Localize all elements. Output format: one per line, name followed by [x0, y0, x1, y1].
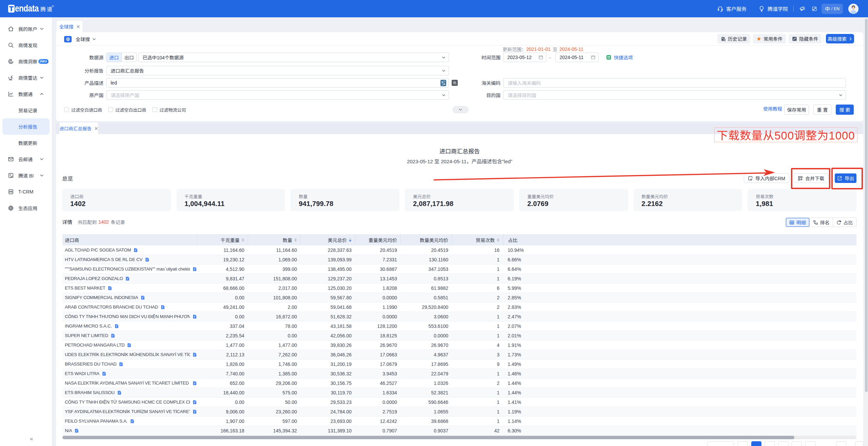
table-header-cell[interactable]: 数量: [248, 234, 300, 245]
table-row[interactable]: ARAB CONTRACTORS BRANCHE DU TCHAD 49,241…: [62, 302, 856, 312]
table-row[interactable]: SIGNIFY COMMERCIAL INDONESIA 0.00 101,80…: [62, 293, 856, 302]
report-type-select[interactable]: 进口商汇总报告: [106, 66, 449, 75]
company-card-icon[interactable]: [192, 314, 197, 319]
table-row[interactable]: INGRAM MICRO S.A.C. 337.04 78.00 43,181.…: [62, 321, 856, 331]
language-toggle[interactable]: 中/EN: [822, 4, 843, 14]
company-card-icon[interactable]: [74, 428, 79, 433]
table-row[interactable]: """SAMSUNG ELECTRONICS UZBEKISTAN"" mas`…: [62, 264, 856, 274]
sort-carets[interactable]: [294, 238, 297, 242]
company-card-icon[interactable]: [117, 390, 121, 395]
tab-importer-report[interactable]: 进口商汇总报告: [59, 123, 98, 134]
pagination-button[interactable]: [836, 441, 846, 446]
sidebar-item[interactable]: 分析报告: [2, 118, 50, 135]
company-card-icon[interactable]: [111, 333, 115, 338]
user-avatar[interactable]: [848, 4, 858, 14]
table-header-cell[interactable]: 占比: [503, 234, 856, 245]
end-date-input[interactable]: 2024-05-11: [555, 53, 599, 62]
table-row[interactable]: NASA ELEKTRİK AYDINLATMA SANAYİ VE TİCAR…: [62, 378, 856, 388]
close-icon[interactable]: [94, 127, 98, 130]
horizontal-scrollbar[interactable]: [62, 436, 856, 439]
company-card-icon[interactable]: [125, 276, 130, 281]
sidebar-item[interactable]: 数据通: [0, 86, 52, 102]
sidebar-item[interactable]: 我的账户: [0, 21, 52, 37]
pagination-button[interactable]: [738, 441, 748, 446]
pagination-button[interactable]: [805, 441, 815, 446]
company-card-icon[interactable]: [108, 286, 112, 291]
pagination-button[interactable]: [707, 441, 734, 446]
table-header-cell[interactable]: 美元总价: [300, 234, 355, 245]
tutorial-link[interactable]: 使用教程: [763, 105, 782, 112]
advanced-search-button[interactable]: 高级搜索: [826, 34, 854, 43]
table-header-cell[interactable]: 千克重量: [197, 234, 248, 245]
table-row[interactable]: HTV LATINOAMERICA S DE RL DE CV 19,230.1…: [62, 255, 856, 264]
start-date-input[interactable]: 2023-05-12: [503, 53, 546, 62]
company-card-icon[interactable]: [192, 381, 197, 386]
sort-carets[interactable]: [242, 238, 244, 242]
view-toggle[interactable]: 排名: [809, 218, 833, 227]
company-card-icon[interactable]: [192, 352, 197, 357]
company-card-icon[interactable]: [119, 362, 123, 367]
table-row[interactable]: AGL TCHAD P/C SOGEA SATOM 11,164.60 11,1…: [62, 245, 856, 255]
table-row[interactable]: SUPER NET LIMITED 2,235.54 0.00 42,056.0…: [62, 331, 856, 340]
table-header-cell[interactable]: 贸易次数: [452, 234, 503, 245]
import-toggle[interactable]: 进口: [107, 53, 121, 62]
table-header-cell[interactable]: 进口商: [62, 234, 197, 245]
company-card-icon[interactable]: [145, 257, 149, 262]
dest-country-select[interactable]: 请选择目的国: [503, 90, 846, 100]
datasource-select[interactable]: 已选中104个数据源: [138, 53, 449, 62]
fullscreen-icon[interactable]: [812, 6, 817, 12]
table-row[interactable]: BRASSERIES DU TCHAD 1,828.00 1,746.00 31…: [62, 359, 856, 369]
close-icon[interactable]: [76, 25, 80, 29]
table-row[interactable]: PEDRAJA LOPEZ GONZALO 9,831.47 151,808.0…: [62, 274, 856, 283]
origin-country-select[interactable]: 请选择原产国: [106, 90, 449, 100]
academy-button[interactable]: 腾道学院: [758, 5, 788, 12]
company-card-icon[interactable]: [114, 324, 119, 329]
horizontal-scrollbar-thumb[interactable]: [62, 436, 794, 439]
view-toggle[interactable]: 占比: [833, 218, 856, 227]
megaphone-icon[interactable]: [799, 5, 806, 12]
save-common-button[interactable]: 保存常用: [784, 105, 809, 115]
translate-icon[interactable]: [440, 80, 446, 86]
table-row[interactable]: ETS BRAHIM SALISSOU 18,440.00 575.00 30,…: [62, 388, 856, 397]
table-row[interactable]: FEILO SYLVANIA PANAMA S.A. 1,907.00 597.…: [62, 416, 856, 426]
customer-service-button[interactable]: 客户服务: [717, 5, 747, 12]
import-crm-button[interactable]: 导入内部CRM: [744, 173, 789, 183]
lang-en[interactable]: EN: [834, 6, 839, 11]
header-tool-button[interactable]: 常用条件: [753, 34, 786, 43]
header-tool-button[interactable]: 隐藏条件: [789, 34, 822, 43]
table-row[interactable]: UDES ELEKTRİK ELEKTRONİK MÜHENDİSLİK SAN…: [62, 350, 856, 359]
sidebar-item[interactable]: 数据更新: [0, 135, 52, 151]
company-card-icon[interactable]: [130, 419, 134, 424]
sidebar-item[interactable]: BI 腾道 BI: [0, 167, 52, 184]
table-header-cell[interactable]: 重量美元均价: [355, 234, 400, 245]
view-toggle[interactable]: 明细: [786, 218, 809, 227]
search-button[interactable]: 搜 索: [836, 105, 854, 115]
sidebar-item[interactable]: 商情洞察 PRO: [0, 53, 52, 70]
filter-checkbox[interactable]: [108, 107, 113, 112]
table-row[interactable]: N/A 166,163.18 145,394.32 131,389.10 0.7…: [62, 426, 856, 435]
product-desc-input[interactable]: led: [106, 78, 449, 88]
sort-carets[interactable]: [497, 238, 499, 242]
sidebar-item[interactable]: 商情雷达: [0, 70, 52, 86]
company-card-icon[interactable]: [140, 295, 145, 300]
table-row[interactable]: CÔNG TY TNHH ĐIỆN TỬ SAMSUNG HCMC CE COM…: [62, 397, 856, 407]
pagination-button[interactable]: [765, 441, 775, 446]
sidebar-item[interactable]: 生态应用: [0, 200, 52, 216]
company-card-icon[interactable]: [102, 371, 106, 376]
tab-global-search[interactable]: 全球搜: [57, 21, 82, 32]
form-collapse-button[interactable]: [452, 106, 469, 113]
pagination-button[interactable]: [792, 441, 802, 446]
company-card-icon[interactable]: [192, 400, 197, 405]
pagination-button[interactable]: [778, 441, 789, 446]
table-header-cell[interactable]: 数量美元均价: [400, 234, 452, 245]
pagination-button[interactable]: [855, 441, 863, 446]
quick-options-label[interactable]: 快捷选项: [614, 54, 633, 61]
company-card-icon[interactable]: [127, 343, 131, 348]
hs-code-input[interactable]: 请输入海关编码: [503, 78, 846, 88]
table-row[interactable]: CÔNG TY TNHH THƯƠNG MẠI DỊCH VỤ ĐIỆN MẠN…: [62, 312, 856, 321]
table-row[interactable]: ETS WADI LITRA 7,740.00 1,385.00 30,536.…: [62, 369, 856, 378]
filter-checkbox[interactable]: [152, 107, 157, 112]
table-row[interactable]: PETROCHAD MANGARA LTD 1,477.00 1,477.00 …: [62, 340, 856, 350]
vertical-scrollbar-thumb[interactable]: [865, 19, 868, 392]
tendata-logo[interactable]: endata 腾道 ®: [8, 0, 55, 17]
